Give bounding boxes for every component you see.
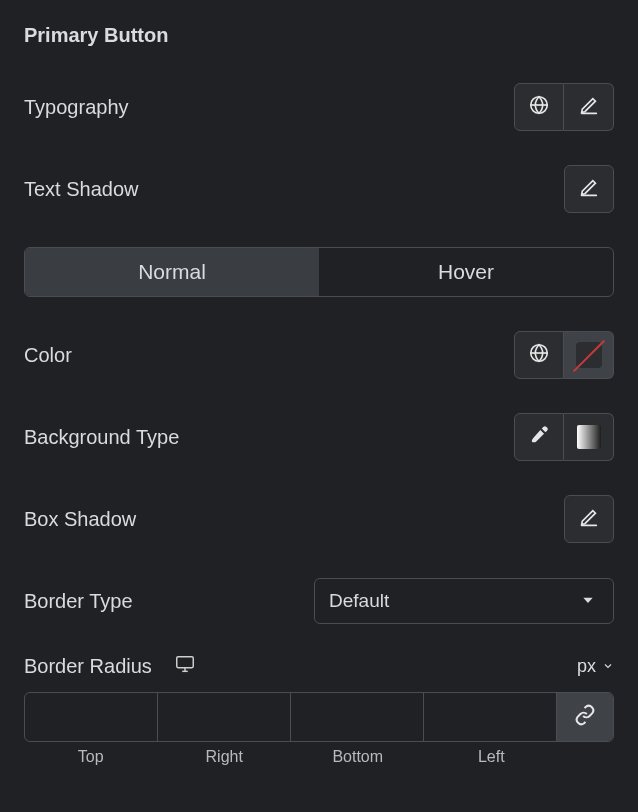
text-shadow-controls <box>564 165 614 213</box>
globe-button[interactable] <box>514 331 564 379</box>
edit-box-shadow-button[interactable] <box>564 495 614 543</box>
color-swatch-none <box>564 331 613 379</box>
responsive-device-button[interactable] <box>174 653 196 680</box>
radius-top-cell <box>25 693 158 741</box>
edit-typography-button[interactable] <box>564 83 614 131</box>
desktop-icon <box>174 657 196 679</box>
edit-text-shadow-button[interactable] <box>564 165 614 213</box>
pencil-icon <box>578 94 600 121</box>
globe-icon <box>528 342 550 369</box>
chevron-down-icon <box>602 656 614 677</box>
svg-rect-2 <box>177 657 194 668</box>
radius-left-label: Left <box>425 748 559 766</box>
radius-top-input[interactable] <box>25 693 157 741</box>
border-radius-side-labels: Top Right Bottom Left <box>24 748 614 766</box>
unit-value: px <box>577 656 596 677</box>
background-classic-button[interactable] <box>514 413 564 461</box>
background-gradient-button[interactable] <box>564 413 614 461</box>
text-shadow-row: Text Shadow <box>24 165 614 213</box>
color-row: Color <box>24 331 614 379</box>
globe-icon <box>528 94 550 121</box>
border-type-value: Default <box>329 590 389 612</box>
radius-right-input[interactable] <box>158 693 290 741</box>
radius-right-cell <box>158 693 291 741</box>
text-shadow-label: Text Shadow <box>24 178 139 201</box>
radius-bottom-label: Bottom <box>291 748 425 766</box>
background-type-label: Background Type <box>24 426 179 449</box>
pencil-icon <box>578 506 600 533</box>
radius-right-label: Right <box>158 748 292 766</box>
tab-normal[interactable]: Normal <box>25 248 319 296</box>
background-type-row: Background Type <box>24 413 614 461</box>
gradient-icon <box>577 425 601 449</box>
background-type-controls <box>514 413 614 461</box>
border-type-label: Border Type <box>24 590 133 613</box>
border-radius-label-row: Border Radius px <box>24 653 614 680</box>
link-values-button[interactable] <box>557 693 613 741</box>
radius-left-cell <box>424 693 557 741</box>
color-label: Color <box>24 344 72 367</box>
box-shadow-row: Box Shadow <box>24 495 614 543</box>
radius-top-label: Top <box>24 748 158 766</box>
pencil-icon <box>578 176 600 203</box>
globe-button[interactable] <box>514 83 564 131</box>
border-type-row: Border Type Default <box>24 577 614 625</box>
color-controls <box>514 331 614 379</box>
chevron-down-icon <box>581 590 595 612</box>
color-picker-button[interactable] <box>564 331 614 379</box>
box-shadow-controls <box>564 495 614 543</box>
link-icon <box>574 704 596 731</box>
typography-controls <box>514 83 614 131</box>
unit-picker[interactable]: px <box>577 656 614 677</box>
box-shadow-label: Box Shadow <box>24 508 136 531</box>
typography-label: Typography <box>24 96 129 119</box>
section-title: Primary Button <box>24 24 614 47</box>
border-type-select[interactable]: Default <box>314 578 614 624</box>
border-radius-label: Border Radius <box>24 655 152 678</box>
radius-bottom-cell <box>291 693 424 741</box>
brush-icon <box>528 424 550 451</box>
typography-row: Typography <box>24 83 614 131</box>
radius-bottom-input[interactable] <box>291 693 423 741</box>
border-radius-inputs <box>24 692 614 742</box>
state-tabs: Normal Hover <box>24 247 614 297</box>
radius-left-input[interactable] <box>424 693 556 741</box>
tab-hover[interactable]: Hover <box>319 248 613 296</box>
